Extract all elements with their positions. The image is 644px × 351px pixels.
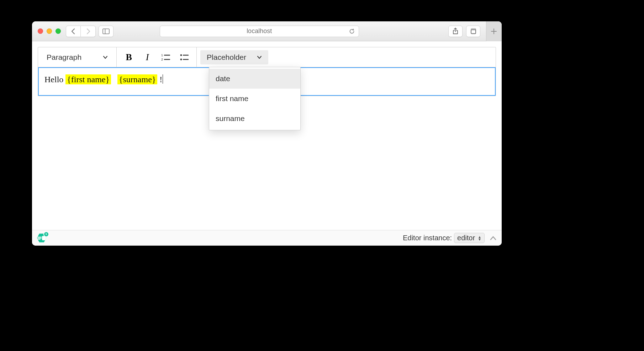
placeholder-option-first-name[interactable]: first name: [209, 89, 300, 109]
placeholder-dropdown-label: Placeholder: [207, 53, 246, 62]
sidebar-icon: [102, 28, 110, 34]
svg-rect-2: [471, 30, 476, 33]
placeholder-option-date[interactable]: date: [209, 69, 300, 89]
reload-button[interactable]: [349, 28, 355, 35]
share-icon: [452, 28, 459, 35]
window-traffic-lights: [38, 28, 61, 34]
placeholder-dropdown[interactable]: Placeholder: [200, 50, 268, 64]
share-button[interactable]: [448, 26, 463, 37]
editor-instance-value: editor: [457, 234, 475, 242]
address-bar-text: localhost: [247, 27, 272, 35]
bulleted-list-button[interactable]: [176, 50, 193, 64]
numbered-list-button[interactable]: 1 2: [157, 50, 174, 64]
reload-icon: [349, 28, 355, 35]
collapse-button[interactable]: [490, 236, 497, 241]
grammarly-badge: $: [44, 232, 48, 236]
editor-text: Hello: [44, 75, 65, 84]
browser-titlebar: localhost: [32, 21, 502, 41]
browser-window: localhost: [32, 21, 502, 246]
numbered-list-icon: 1 2: [161, 53, 170, 61]
svg-text:2: 2: [161, 58, 163, 61]
tabs-icon: [470, 28, 477, 35]
svg-text:1: 1: [161, 53, 163, 57]
editor-toolbar: Paragraph B I 1 2: [38, 47, 496, 67]
plus-icon: [490, 28, 497, 35]
show-tabs-button[interactable]: [466, 26, 480, 37]
window-close-button[interactable]: [38, 28, 43, 34]
text-caret: [163, 74, 163, 84]
editor-text: [113, 75, 115, 84]
grammarly-icon[interactable]: $: [37, 234, 46, 243]
window-minimize-button[interactable]: [47, 28, 52, 34]
svg-point-8: [180, 58, 182, 60]
italic-icon: I: [146, 52, 149, 63]
nav-back-forward-group: [66, 26, 96, 37]
bulleted-list-icon: [180, 53, 189, 61]
italic-button[interactable]: I: [139, 50, 156, 64]
placeholder-dropdown-menu: date first name surname: [209, 67, 301, 130]
editor-instance-label: Editor instance:: [403, 234, 452, 242]
placeholder-token-surname[interactable]: {surname}: [117, 74, 157, 84]
status-bar: $ Editor instance: editor ▲▼: [32, 230, 502, 246]
chevron-down-icon: [103, 56, 108, 59]
new-tab-button[interactable]: [486, 21, 502, 41]
grammarly-glyph-icon: [37, 236, 42, 240]
back-button[interactable]: [66, 26, 81, 37]
chevron-left-icon: [71, 28, 76, 35]
chevron-down-icon: [257, 56, 262, 59]
heading-dropdown[interactable]: Paragraph: [42, 47, 113, 67]
svg-point-7: [180, 54, 182, 56]
page-content: Paragraph B I 1 2: [32, 41, 502, 230]
chevron-up-icon: [490, 236, 497, 241]
chevron-right-icon: [86, 28, 91, 35]
select-arrows-icon: ▲▼: [478, 236, 481, 241]
address-bar[interactable]: localhost: [160, 26, 359, 37]
editor-instance-select[interactable]: editor ▲▼: [454, 233, 485, 243]
show-sidebar-button[interactable]: [99, 26, 114, 37]
placeholder-option-surname[interactable]: surname: [209, 109, 300, 129]
editor-text: !: [159, 75, 162, 84]
bold-icon: B: [126, 52, 132, 63]
bold-button[interactable]: B: [120, 50, 137, 64]
placeholder-token-first-name[interactable]: {first name}: [65, 74, 111, 84]
forward-button[interactable]: [81, 26, 96, 37]
window-zoom-button[interactable]: [56, 28, 61, 34]
heading-dropdown-label: Paragraph: [47, 53, 81, 62]
svg-rect-0: [103, 29, 109, 34]
